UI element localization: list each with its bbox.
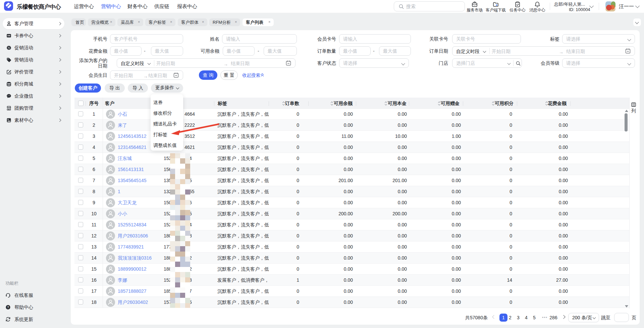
svg-text:?: ?: [7, 306, 9, 309]
